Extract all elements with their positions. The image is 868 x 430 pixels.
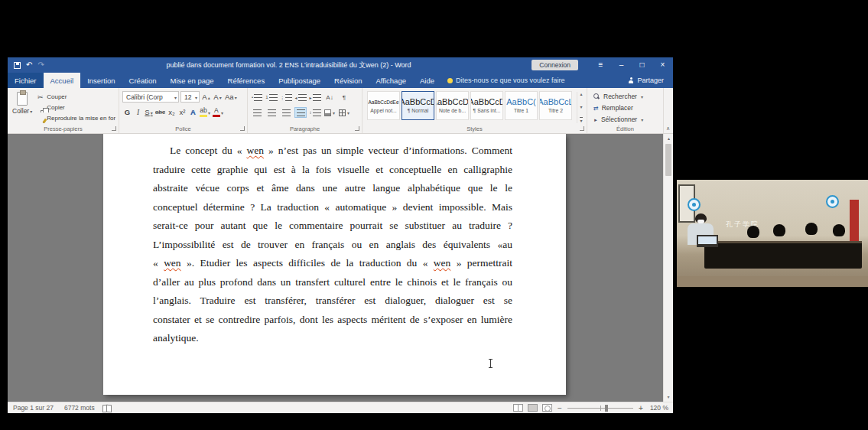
underline-button[interactable]: S bbox=[144, 106, 154, 118]
zoom-slider[interactable] bbox=[567, 408, 633, 409]
quick-access-toolbar: ↶ ↷ bbox=[8, 61, 52, 69]
tab-affichage[interactable]: Affichage bbox=[369, 73, 413, 88]
replace-button[interactable]: Remplacer bbox=[593, 103, 660, 112]
select-button[interactable]: Sélectionner bbox=[593, 115, 660, 124]
zoom-level[interactable]: 120 % bbox=[649, 404, 668, 412]
print-layout-icon[interactable] bbox=[528, 404, 538, 412]
tab-publipostage[interactable]: Publipostage bbox=[271, 73, 327, 88]
document-text: Le concept du « wen » n’est pas un simpl… bbox=[153, 142, 512, 348]
chevron-down-icon bbox=[640, 93, 643, 100]
scrollbar-thumb[interactable] bbox=[665, 144, 671, 176]
video-call-feed[interactable]: 孔子学院 bbox=[677, 180, 868, 287]
tab-creation[interactable]: Création bbox=[122, 73, 164, 88]
scroll-up-icon[interactable] bbox=[664, 134, 673, 143]
styles-dialog-launcher[interactable] bbox=[580, 126, 584, 131]
proofing-icon[interactable] bbox=[102, 405, 111, 412]
tell-me-search[interactable]: Dites-nous ce que vous voulez faire bbox=[447, 73, 565, 88]
tab-aide[interactable]: Aide bbox=[413, 73, 441, 88]
find-label: Rechercher bbox=[603, 93, 637, 100]
tab-mise-en-page[interactable]: Mise en page bbox=[164, 73, 221, 88]
clipboard-dialog-launcher[interactable] bbox=[112, 126, 116, 131]
find-button[interactable]: Rechercher bbox=[593, 92, 660, 101]
multilevel-list-button[interactable]: ⋮ bbox=[280, 92, 292, 103]
undo-icon[interactable]: ↶ bbox=[26, 61, 32, 69]
strikethrough-button[interactable]: abc bbox=[154, 106, 166, 118]
window-title: publié dans document formation vol. 2 EN… bbox=[52, 60, 526, 70]
text-effects-button[interactable]: A bbox=[188, 106, 198, 118]
gallery-expand-icon[interactable] bbox=[580, 117, 582, 123]
web-layout-icon[interactable] bbox=[542, 404, 552, 412]
cut-button[interactable]: ✂ Couper bbox=[36, 92, 115, 102]
superscript-button[interactable]: x² bbox=[177, 106, 187, 118]
bold-button[interactable]: G bbox=[122, 106, 132, 118]
shading-button[interactable] bbox=[323, 107, 336, 118]
zoom-out-icon[interactable]: − bbox=[557, 404, 563, 412]
copy-button[interactable]: Copier bbox=[36, 103, 115, 112]
minimize-icon[interactable]: – bbox=[611, 57, 632, 73]
read-mode-icon[interactable] bbox=[513, 404, 523, 412]
ribbon-display-options-icon[interactable]: ≡ bbox=[590, 57, 611, 73]
tab-references[interactable]: Références bbox=[221, 73, 272, 88]
tab-fichier[interactable]: Fichier bbox=[8, 73, 44, 88]
document-page[interactable]: Le concept du « wen » n’est pas un simpl… bbox=[103, 134, 566, 395]
chevron-up-icon bbox=[207, 93, 210, 101]
style-sans-interligne[interactable]: AaBbCcD ¶ Sans int... bbox=[470, 91, 503, 120]
ribbon: Coller ✂ Couper Copier Reproduire la mis… bbox=[8, 88, 673, 134]
subscript-button[interactable]: x₂ bbox=[167, 106, 177, 118]
numbered-list-icon bbox=[269, 94, 278, 101]
font-family-select[interactable]: Calibri (Corp bbox=[122, 91, 179, 103]
font-size-select[interactable]: 12 bbox=[180, 91, 200, 103]
sort-button[interactable]: A↓ bbox=[323, 92, 336, 103]
change-case-button[interactable]: Aa bbox=[224, 91, 238, 103]
vertical-scrollbar[interactable] bbox=[663, 134, 673, 402]
format-painter-button[interactable]: Reproduire la mise en forme bbox=[36, 113, 115, 123]
sign-in-button[interactable]: Connexion bbox=[532, 60, 578, 70]
style-titre-1[interactable]: AaBbC( Titre 1 bbox=[505, 91, 538, 120]
bullet-list-button[interactable]: • bbox=[251, 92, 263, 103]
align-right-button[interactable] bbox=[280, 107, 292, 118]
align-center-button[interactable] bbox=[265, 107, 278, 118]
style-titre-2[interactable]: AaBbCcL Titre 2 bbox=[539, 91, 572, 120]
save-icon[interactable] bbox=[14, 62, 21, 69]
office-chair bbox=[773, 224, 785, 236]
paste-button[interactable]: Coller bbox=[12, 90, 32, 124]
align-left-button[interactable] bbox=[251, 107, 263, 118]
tab-insertion[interactable]: Insertion bbox=[80, 73, 122, 88]
show-formatting-marks-button[interactable]: ¶ bbox=[338, 92, 350, 103]
grow-font-button[interactable]: A bbox=[201, 91, 211, 103]
decrease-indent-button[interactable]: ◂ bbox=[294, 92, 307, 103]
borders-button[interactable] bbox=[338, 107, 350, 118]
tab-revision[interactable]: Révision bbox=[327, 73, 369, 88]
document-line: « wen ». Etudier les aspects difficiles … bbox=[153, 254, 512, 273]
close-icon[interactable]: × bbox=[652, 57, 673, 73]
justify-button[interactable] bbox=[294, 107, 307, 118]
tab-accueil[interactable]: Accueil bbox=[44, 73, 81, 88]
style-normal[interactable]: AaBbCcD ¶ Normal bbox=[401, 91, 434, 120]
font-dialog-launcher[interactable] bbox=[240, 126, 245, 131]
increase-indent-button[interactable]: ▸ bbox=[309, 92, 321, 103]
line-spacing-button[interactable]: ↕ bbox=[309, 107, 321, 118]
zoom-slider-thumb[interactable] bbox=[605, 405, 608, 412]
redo-icon[interactable]: ↷ bbox=[37, 61, 44, 69]
scroll-down-icon[interactable] bbox=[664, 393, 673, 402]
font-color-bar bbox=[213, 115, 220, 117]
shrink-font-button[interactable]: A bbox=[213, 91, 223, 103]
style-note-de-bas[interactable]: AaBbCcDc Note de b... bbox=[436, 91, 469, 120]
maximize-icon[interactable]: □ bbox=[632, 57, 652, 73]
font-color-button[interactable]: A bbox=[212, 106, 224, 118]
page-indicator[interactable]: Page 1 sur 27 bbox=[8, 404, 59, 412]
share-button[interactable]: Partager bbox=[628, 73, 673, 88]
zoom-in-icon[interactable]: + bbox=[638, 404, 644, 412]
institute-logo-right bbox=[826, 195, 839, 208]
italic-button[interactable]: I bbox=[133, 106, 143, 118]
collapse-ribbon-icon[interactable] bbox=[666, 125, 670, 132]
highlight-color-button[interactable]: ab bbox=[199, 106, 211, 118]
cut-label: Couper bbox=[47, 93, 67, 100]
gallery-scroll-up-icon[interactable] bbox=[580, 92, 582, 96]
gallery-scroll-down-icon[interactable] bbox=[580, 105, 582, 109]
word-count[interactable]: 6772 mots bbox=[59, 404, 100, 412]
style-appel-note[interactable]: AaBbCcDdEe Appel not... bbox=[367, 91, 400, 120]
paragraph-dialog-launcher[interactable] bbox=[355, 126, 359, 131]
numbered-list-button[interactable]: 1 bbox=[265, 92, 278, 103]
office-chair bbox=[805, 223, 818, 235]
